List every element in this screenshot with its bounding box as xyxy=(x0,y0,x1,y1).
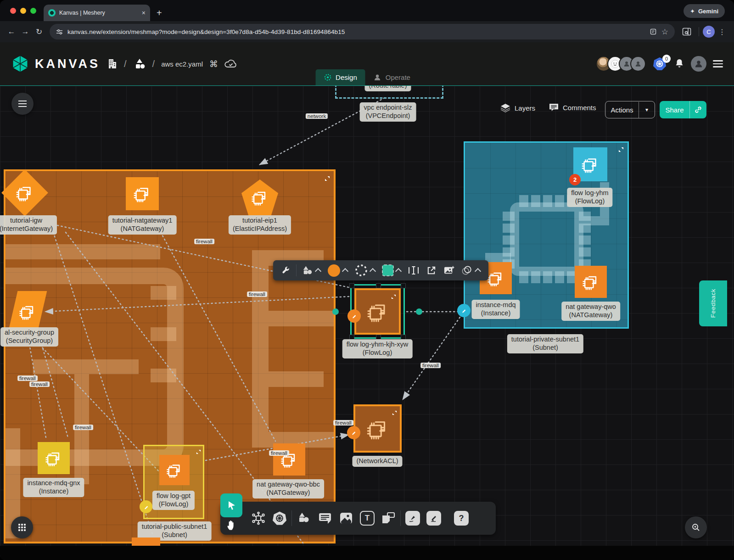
notification-count-badge[interactable]: 2 xyxy=(569,174,581,185)
reload-button[interactable]: ↻ xyxy=(32,25,46,39)
node-flow-log-selected[interactable] xyxy=(354,288,401,335)
design-canvas[interactable]: (RouteTable) vpc endpoint-slz(VPCEndpoin… xyxy=(0,86,734,560)
tab-design[interactable]: Design xyxy=(315,69,365,85)
shapes-tool-button[interactable] xyxy=(298,260,324,280)
collapse-group-icon[interactable] xyxy=(325,175,330,183)
notifications-bell-icon[interactable] xyxy=(674,58,684,69)
node-label: nat gateway-qwo(NATGateway) xyxy=(561,302,620,321)
browser-tab-bar: Kanvas | Meshery × + ✦ Gemini xyxy=(0,0,734,21)
canvas-menu-button[interactable] xyxy=(11,93,34,115)
designs-icon[interactable] xyxy=(133,57,146,70)
site-settings-icon[interactable] xyxy=(56,28,63,35)
pan-hand-tool[interactable] xyxy=(224,517,238,533)
comments-button[interactable]: Comments xyxy=(549,103,596,112)
cloud-sync-icon[interactable] xyxy=(224,59,237,69)
resize-width-button[interactable] xyxy=(404,260,423,280)
collapse-group-icon[interactable] xyxy=(618,146,624,154)
sticky-note-tool[interactable] xyxy=(378,502,399,535)
width-resize-icon xyxy=(408,266,419,275)
maximize-window-button[interactable] xyxy=(30,8,36,14)
border-style-button[interactable] xyxy=(351,260,379,280)
shapes-tool[interactable] xyxy=(293,502,314,535)
collapse-group-icon[interactable] xyxy=(196,448,201,456)
edit-pencil-badge[interactable] xyxy=(347,309,361,323)
image-tool[interactable] xyxy=(336,502,357,535)
shape-color-button[interactable] xyxy=(379,260,404,280)
organization-icon[interactable] xyxy=(106,58,118,70)
mesh-designs-tool[interactable] xyxy=(248,502,269,535)
actions-button[interactable]: Actions ▾ xyxy=(605,101,655,118)
back-button[interactable]: ← xyxy=(5,25,18,39)
collapse-group-icon[interactable] xyxy=(392,409,397,417)
gemini-button[interactable]: ✦ Gemini xyxy=(684,4,725,18)
user-profile-avatar[interactable] xyxy=(691,56,706,72)
browser-profile-avatar[interactable]: C xyxy=(703,26,715,38)
close-window-button[interactable] xyxy=(10,8,16,14)
edge-label: firewall xyxy=(29,381,50,387)
bookmark-star-icon[interactable]: ☆ xyxy=(661,27,668,37)
configure-tool-button[interactable] xyxy=(278,260,294,280)
node-partial[interactable] xyxy=(132,538,160,547)
share-button[interactable]: Share xyxy=(660,101,706,118)
feedback-tab[interactable]: Feedback xyxy=(699,280,727,326)
design-file-name[interactable]: aws ec2.yaml xyxy=(161,60,203,68)
operate-label: Operate xyxy=(386,73,410,81)
node-nat-gateway-qwo[interactable] xyxy=(575,266,607,298)
node-flow-log-gpt[interactable] xyxy=(159,455,190,485)
tab-operate[interactable]: Operate xyxy=(365,69,419,85)
collapse-group-icon[interactable] xyxy=(391,293,396,301)
app-menu-icon[interactable] xyxy=(713,58,723,69)
edit-pencil-badge[interactable] xyxy=(457,304,471,317)
connection-handle[interactable] xyxy=(332,308,339,315)
node-instance-mdq-gnx[interactable] xyxy=(38,442,70,474)
fill-color-button[interactable] xyxy=(324,260,351,280)
connection-handle[interactable] xyxy=(416,308,422,315)
pen-tool[interactable] xyxy=(402,502,423,535)
node-network-acl[interactable] xyxy=(353,404,402,453)
url-field[interactable]: kanvas.new/extension/meshmap?mode=design… xyxy=(50,24,675,39)
pencil-icon xyxy=(351,313,357,319)
layers-button[interactable]: Layers xyxy=(500,103,535,112)
close-tab-icon[interactable]: × xyxy=(142,10,146,16)
node-nat-gateway-qwo-bbc[interactable] xyxy=(273,443,305,476)
shortcuts-icon[interactable]: ⌘ xyxy=(209,59,218,69)
kubernetes-context-button[interactable]: 0 xyxy=(652,56,668,71)
side-panel-icon[interactable] xyxy=(678,28,695,36)
kanvas-logo[interactable] xyxy=(12,55,28,73)
browser-menu-icon[interactable]: ⋮ xyxy=(715,28,729,36)
subnet-watermark xyxy=(4,244,160,259)
subnet-watermark xyxy=(252,250,269,448)
minimize-window-button[interactable] xyxy=(20,8,26,14)
lasso-icon xyxy=(462,265,473,275)
edge-label: firewall xyxy=(333,420,353,426)
comment-tool[interactable] xyxy=(314,502,336,535)
pencil-icon xyxy=(351,430,357,436)
node-label: tutorial-eip1(ElasticIPAddress) xyxy=(229,215,291,235)
node-tutorial-natgateway1[interactable] xyxy=(126,177,159,210)
open-in-new-button[interactable] xyxy=(423,260,440,280)
apps-grid-button[interactable] xyxy=(11,516,33,538)
zoom-search-button[interactable] xyxy=(685,516,707,538)
chevron-up-icon xyxy=(315,268,321,274)
forward-button[interactable]: → xyxy=(18,25,32,39)
add-image-button[interactable] xyxy=(440,260,458,280)
save-icon[interactable] xyxy=(650,28,657,35)
share-link-icon[interactable] xyxy=(689,101,706,118)
new-tab-button[interactable]: + xyxy=(157,8,162,18)
actions-dropdown-caret[interactable]: ▾ xyxy=(639,102,655,118)
help-tool[interactable]: ? xyxy=(451,502,472,535)
chevron-up-icon xyxy=(370,268,376,274)
edge-label: network xyxy=(306,113,328,119)
pencil-tool[interactable] xyxy=(423,502,444,535)
edit-pencil-badge[interactable] xyxy=(140,500,152,513)
edit-pencil-badge[interactable] xyxy=(347,426,360,439)
design-mode-icon xyxy=(324,73,331,81)
browser-tab[interactable]: Kanvas | Meshery × xyxy=(44,5,150,21)
lasso-select-button[interactable] xyxy=(458,260,484,280)
collaborator-avatar[interactable] xyxy=(630,56,646,72)
text-tool[interactable]: T xyxy=(357,502,378,535)
kubernetes-tool[interactable] xyxy=(269,502,290,535)
select-tool[interactable] xyxy=(220,493,242,517)
grid-dots-icon xyxy=(18,523,26,532)
pencil-icon xyxy=(461,308,467,314)
